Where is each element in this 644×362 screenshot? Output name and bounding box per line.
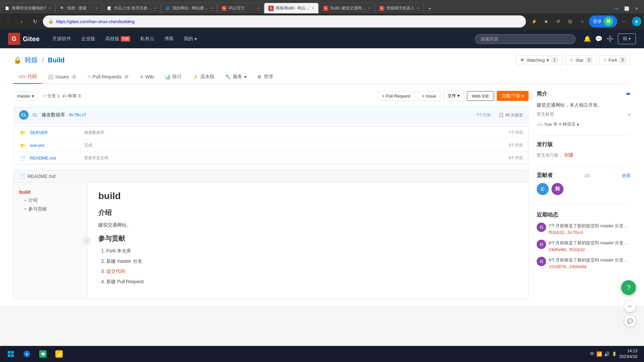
- commit-row: CL CL 修改数据库 0c70ccf 7个月前 📋 45 次提交: [13, 107, 529, 123]
- activity-link-1[interactable]: f53cb32...0c70ccf: [549, 230, 583, 235]
- tab-services-label: 服务: [233, 74, 242, 80]
- tab-wiki[interactable]: ≡ Wiki: [135, 71, 159, 83]
- tab-close-6[interactable]: ✕: [312, 6, 314, 10]
- refresh-button[interactable]: ↻: [30, 16, 40, 27]
- activity-avatar-1: 韩: [537, 223, 546, 232]
- tab-4[interactable]: 🌐 我的网站 - 网站建… ✕: [161, 3, 217, 13]
- maximize-button[interactable]: ⬜: [622, 4, 631, 13]
- tab-pullrequests[interactable]: ⑂ Pull Requests 0: [83, 71, 135, 83]
- nav-opensource[interactable]: 开源软件: [48, 33, 76, 45]
- contributor-avatar-c[interactable]: C: [537, 183, 549, 195]
- nav-university[interactable]: 高校版 特惠: [101, 33, 135, 45]
- commit-hash[interactable]: 0c70ccf: [69, 113, 86, 117]
- nav-blog[interactable]: 博客: [160, 33, 178, 45]
- tab-3[interactable]: 📝 作品上传-程序员参… ✕: [102, 3, 161, 13]
- contributors-all-link[interactable]: 全部: [622, 173, 631, 179]
- help-fab-button[interactable]: ?: [621, 280, 636, 295]
- tab-manage[interactable]: ⚙ 管理: [252, 70, 278, 84]
- clone-button[interactable]: 克隆/下载 ▾: [497, 91, 529, 101]
- file-name-readme[interactable]: README.md: [30, 156, 80, 161]
- folder-icon-vuepro: 📁: [19, 143, 26, 148]
- tab-close-3[interactable]: ✕: [154, 6, 156, 10]
- branch-select[interactable]: master ▾: [13, 91, 38, 101]
- message-icon[interactable]: 💬: [595, 35, 602, 43]
- tab-close-2[interactable]: ✕: [95, 6, 98, 10]
- more-menu-icon[interactable]: ⋯: [619, 16, 629, 27]
- create-icon[interactable]: ➕: [606, 35, 614, 43]
- tab-6[interactable]: G 韩烁/Build - 码云… ✕: [264, 3, 319, 13]
- minimize-button[interactable]: —: [612, 4, 621, 13]
- star-button[interactable]: ☆ Star 0: [565, 55, 597, 65]
- nav-enterprise[interactable]: 企业版: [76, 33, 100, 45]
- fork-label: Fork: [608, 58, 617, 63]
- toc-item-intro[interactable]: 介绍: [19, 197, 82, 203]
- branches-count[interactable]: ⑂ 分支 1: [43, 93, 60, 99]
- repo-owner[interactable]: 韩烁: [24, 56, 38, 65]
- activity-item-2: 韩 8个月前推送了新的提交到 master 分支， 24d5e9d...f53c…: [537, 240, 631, 253]
- tab-close-1[interactable]: ✕: [48, 6, 51, 10]
- login-button[interactable]: 韩 ▾: [618, 34, 636, 44]
- toc-item-contribute[interactable]: 参与贡献: [19, 206, 82, 212]
- tab-close-4[interactable]: ✕: [210, 6, 213, 10]
- edit-intro-icon[interactable]: ✏: [626, 91, 631, 97]
- address-bar[interactable]: 🔒 https://gitee.com/han-shuo-chen/buildi…: [43, 15, 526, 27]
- tab-wiki-label: Wiki: [145, 74, 154, 79]
- profile-button[interactable]: 登录 韩: [589, 15, 617, 27]
- tab-close-5[interactable]: ✕: [257, 6, 260, 10]
- tab-close-8[interactable]: ✕: [417, 6, 419, 10]
- close-button[interactable]: ✕: [632, 4, 641, 13]
- tab-close-7[interactable]: ✕: [368, 6, 370, 10]
- toc-item-build[interactable]: build: [19, 189, 82, 195]
- tab-8[interactable]: G 智能聊天机器人 ✕: [375, 3, 424, 13]
- activity-link-2[interactable]: 24d5e9d...f53cb32: [549, 247, 585, 252]
- extensions-icon[interactable]: ⚡: [529, 16, 539, 27]
- gitee-logo[interactable]: G Gitee: [8, 33, 40, 45]
- tab-issues[interactable]: ⬜ Issues 0: [42, 71, 83, 83]
- notification-icon[interactable]: 🔔: [584, 35, 591, 43]
- commit-count[interactable]: 📋 45 次提交: [499, 112, 523, 118]
- toggle-toc-button[interactable]: ‹: [83, 237, 91, 245]
- repo-name[interactable]: Build: [48, 56, 65, 64]
- tab-1[interactable]: 📄 有哪些业余赚钱的? ✕: [0, 3, 55, 13]
- file-name-vuepro[interactable]: vue-pro: [30, 143, 80, 148]
- fork-button[interactable]: ⑂ Fork 0: [599, 55, 631, 65]
- back-button[interactable]: ‹: [3, 16, 13, 27]
- bookmark-icon[interactable]: ☆: [577, 16, 588, 27]
- tab-services[interactable]: 🔧 服务 ▾: [220, 70, 252, 84]
- pull-request-button[interactable]: + Pull Request: [378, 91, 415, 101]
- clone-dropdown-icon: ▾: [522, 94, 524, 99]
- commit-message[interactable]: 修改数据库: [42, 112, 65, 118]
- forward-button[interactable]: ›: [16, 16, 27, 27]
- readme-content: ‹ build 介绍 建筑交通网站。 参与贡献 Fork 本仓库 新建 mast…: [88, 183, 528, 299]
- nav-mine[interactable]: 我的 ▾: [179, 33, 202, 45]
- refresh-page-icon[interactable]: ↺: [553, 16, 564, 27]
- readme-section: 📄 README.md build 介绍 参与贡献 ‹ build 介绍: [13, 170, 529, 299]
- webide-button[interactable]: Web IDE: [467, 91, 494, 101]
- gitee-search: [475, 34, 576, 44]
- file-button[interactable]: 文件 ▾: [443, 90, 464, 101]
- nav-private[interactable]: 私有云: [136, 33, 159, 45]
- add-tag-icon[interactable]: +: [628, 112, 631, 117]
- contributor-avatar-han[interactable]: 韩: [551, 183, 564, 195]
- code-lang-icon: </>: [537, 122, 543, 127]
- tab-stats[interactable]: 📊 统计: [159, 70, 187, 84]
- create-release-link[interactable]: 创建: [564, 152, 574, 158]
- tab-pipeline[interactable]: ⚡ 流水线: [187, 70, 220, 84]
- watching-button[interactable]: 👁 Watching ▾ 1: [516, 55, 562, 65]
- contribute-link-code[interactable]: 提交代码: [106, 268, 125, 274]
- split-icon[interactable]: ⊟: [565, 16, 576, 27]
- file-name-server[interactable]: SERVER: [30, 130, 80, 135]
- new-tab-button[interactable]: +: [425, 4, 434, 13]
- lang-info[interactable]: </> Vue 等 4 种语言 ▾: [537, 121, 631, 127]
- contributors-count: (2): [585, 173, 590, 178]
- contribute-item-2: 新建 master 分支: [106, 257, 518, 265]
- tab-5[interactable]: G 码云官方 ✕: [217, 3, 264, 13]
- issue-button[interactable]: + Issue: [418, 91, 440, 101]
- tags-count[interactable]: 🏷 标签 0: [62, 93, 80, 99]
- tab-code[interactable]: </> 代码: [13, 70, 42, 84]
- tab-7[interactable]: G Build: 建筑交通网… ✕: [319, 3, 375, 13]
- search-input[interactable]: [475, 34, 576, 44]
- favorites-icon[interactable]: ★: [541, 16, 551, 27]
- activity-link-3[interactable]: 1533878...24d5e9d: [549, 264, 586, 269]
- tab-2[interactable]: 🔍 快搜 - 搜索 ✕: [55, 3, 102, 13]
